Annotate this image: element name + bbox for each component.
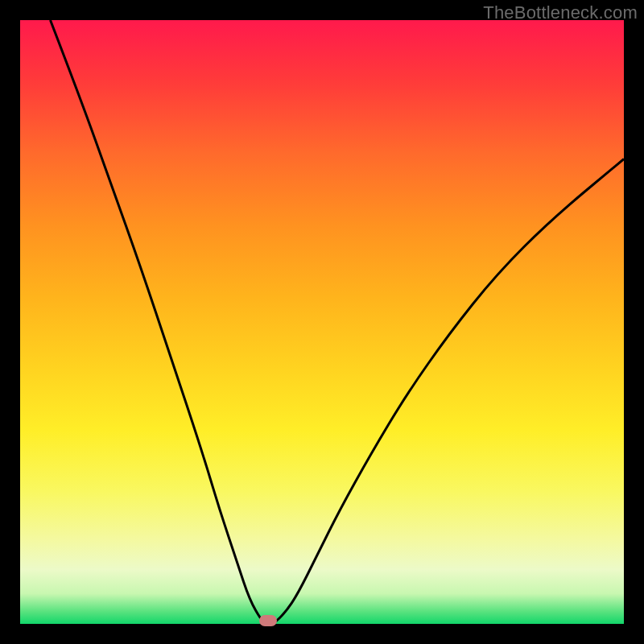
optimal-point-marker xyxy=(259,615,277,626)
curve-svg xyxy=(20,20,624,624)
plot-area xyxy=(20,20,624,624)
bottleneck-curve-line xyxy=(51,20,625,624)
chart-frame: TheBottleneck.com xyxy=(0,0,644,644)
